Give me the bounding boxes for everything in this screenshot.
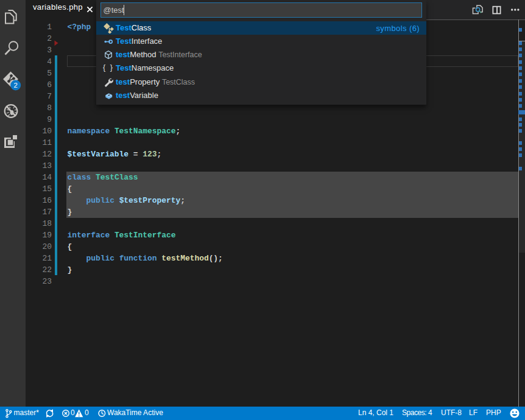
svg-text:2: 2 bbox=[13, 82, 17, 89]
